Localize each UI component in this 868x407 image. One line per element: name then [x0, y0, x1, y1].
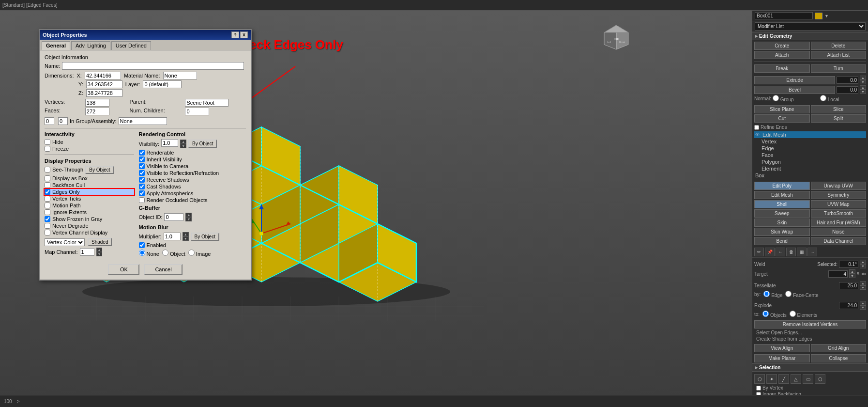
group-input2[interactable]	[58, 117, 68, 125]
inherit-vis-checkbox[interactable]	[139, 157, 145, 162]
by-vertex-checkbox[interactable]	[756, 386, 761, 391]
stack-item-vertex[interactable]: Vertex	[754, 138, 866, 145]
grid-align-button[interactable]: Grid Align	[811, 344, 867, 352]
make-planar-button[interactable]: Make Planar	[754, 354, 810, 362]
slice-plane-button[interactable]: Slice Plane	[754, 105, 810, 113]
object-name-input[interactable]: Box001	[755, 12, 813, 19]
shaded-btn[interactable]: Shaded	[88, 238, 112, 246]
bevel-spinners[interactable]: ▲▼	[860, 85, 866, 94]
parent-input[interactable]	[185, 99, 228, 107]
refine-ends-checkbox[interactable]	[754, 125, 759, 130]
noise-button[interactable]: Noise	[811, 228, 867, 236]
object-radio[interactable]	[162, 250, 168, 256]
display-as-box-checkbox[interactable]	[45, 175, 50, 181]
uvw-map-button[interactable]: UVW Map	[811, 200, 867, 208]
sel-icon-pointer[interactable]: ⬡	[754, 374, 765, 384]
ok-button[interactable]: OK	[108, 264, 139, 275]
visible-camera-checkbox[interactable]	[139, 163, 145, 169]
weld-selected-input[interactable]	[839, 261, 858, 268]
face-center-radio[interactable]	[785, 291, 792, 297]
stack-item-polygon[interactable]: Polygon	[754, 158, 866, 165]
motion-path-checkbox[interactable]	[45, 203, 50, 208]
view-align-button[interactable]: View Align	[754, 344, 810, 352]
break-button[interactable]: Break	[754, 64, 810, 73]
sel-icon-vertex[interactable]: ✦	[766, 374, 777, 384]
sweep-button[interactable]: Sweep	[754, 209, 810, 218]
weld-spinners[interactable]: ▲▼	[860, 260, 866, 268]
vertex-color-select[interactable]: Vertex Color	[45, 238, 85, 246]
z-input[interactable]	[86, 89, 122, 97]
stack-item-edit-mesh[interactable]: 👁 Edit Mesh	[754, 131, 866, 138]
visibility-input[interactable]	[161, 139, 178, 147]
multiplier-input[interactable]	[164, 233, 181, 240]
vertex-channel-checkbox[interactable]	[45, 230, 50, 235]
name-input[interactable]: Box001	[62, 62, 244, 70]
backface-cull-checkbox[interactable]	[45, 182, 50, 188]
sel-icon-edge[interactable]: ╱	[778, 374, 789, 384]
object-id-input[interactable]	[164, 213, 183, 221]
bevel-input[interactable]	[837, 86, 858, 94]
extrude-spinners[interactable]: ▲▼	[860, 76, 866, 84]
see-through-checkbox[interactable]	[45, 167, 50, 172]
extrude-button[interactable]: Extrude	[754, 76, 835, 84]
hide-checkbox[interactable]	[45, 139, 50, 145]
trash-icon[interactable]: 🗑	[786, 248, 796, 256]
material-input[interactable]	[163, 72, 197, 79]
attach-list-button[interactable]: Attach List	[811, 51, 867, 59]
local-radio[interactable]	[820, 95, 826, 101]
explode-spinners[interactable]: ▲▼	[860, 301, 866, 310]
extrude-input[interactable]	[837, 77, 858, 84]
never-degrade-checkbox[interactable]	[45, 223, 50, 229]
bend-button[interactable]: Bend	[754, 237, 810, 245]
stack-item-box[interactable]: Box	[754, 172, 866, 179]
pin-icon[interactable]: 📌	[765, 248, 775, 256]
vertex-ticks-checkbox[interactable]	[45, 196, 50, 202]
display-by-object-btn[interactable]: By Object	[85, 166, 114, 174]
arrow-icon[interactable]: >	[17, 399, 20, 404]
dialog-help-button[interactable]: ?	[231, 31, 239, 38]
sel-icon-face[interactable]: △	[791, 374, 801, 384]
object-dropdown[interactable]: ▼	[824, 14, 829, 18]
vertices-input[interactable]	[85, 99, 109, 107]
cast-shadows-checkbox[interactable]	[139, 184, 145, 189]
motion-by-object-btn[interactable]: By Object	[191, 233, 219, 241]
tab-general[interactable]: General	[42, 41, 70, 50]
apply-atmospherics-checkbox[interactable]	[139, 190, 145, 196]
tab-adv-lighting[interactable]: Adv. Lighting	[71, 41, 110, 50]
data-channel-button[interactable]: Data Channel	[811, 237, 867, 245]
vis-spinners[interactable]: ▲▼	[180, 140, 186, 148]
sel-icon-element[interactable]: ⬡	[815, 374, 825, 384]
renderable-checkbox[interactable]	[139, 150, 145, 156]
edit-geometry-header[interactable]: Edit Geometry	[752, 32, 868, 40]
remove-isolated-button[interactable]: Remove Isolated Vertices	[754, 320, 866, 329]
skin-wrap-button[interactable]: Skin Wrap	[754, 228, 810, 236]
create-button[interactable]: Create	[754, 42, 810, 50]
group-input[interactable]	[119, 117, 167, 125]
stack-item-edge[interactable]: Edge	[754, 145, 866, 152]
eye-icon[interactable]: 👁	[755, 132, 761, 137]
tess-spinners[interactable]: ▲▼	[860, 281, 866, 290]
modifier-list-select[interactable]: Modifier List	[755, 22, 866, 31]
grid-icon[interactable]: ▦	[797, 248, 807, 256]
shell-button[interactable]: Shell	[754, 200, 810, 208]
bevel-button[interactable]: Bevel	[754, 86, 835, 94]
layer-input[interactable]	[143, 80, 182, 88]
dialog-close-button[interactable]: X	[240, 31, 248, 38]
image-radio[interactable]	[188, 250, 195, 256]
delete-button[interactable]: Delete	[811, 42, 867, 50]
map-ch-spinners[interactable]: ▲▼	[96, 248, 103, 256]
group-radio[interactable]	[773, 95, 779, 101]
edge-radio[interactable]	[763, 291, 770, 297]
selection-header[interactable]: Selection	[752, 363, 868, 372]
render-occluded-checkbox[interactable]	[139, 197, 145, 203]
unwrap-uvw-button[interactable]: Unwrap UVW	[811, 182, 867, 190]
tab-user-defined[interactable]: User Defined	[111, 41, 151, 50]
cut-button[interactable]: Cut	[754, 114, 810, 123]
split-button[interactable]: Split	[811, 114, 867, 123]
objects-radio[interactable]	[762, 311, 769, 317]
symmetry-button[interactable]: Symmetry	[811, 191, 867, 199]
mult-spinners[interactable]: ▲▼	[183, 232, 189, 241]
x-input[interactable]	[85, 72, 121, 79]
stack-item-face[interactable]: Face	[754, 152, 866, 158]
show-frozen-checkbox[interactable]	[45, 216, 50, 222]
